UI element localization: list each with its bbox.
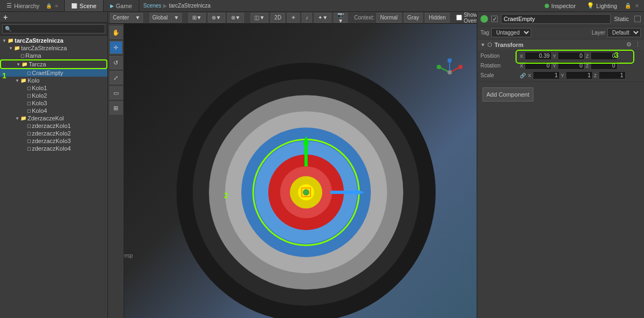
static-checkbox[interactable] [634,16,641,22]
gizmo-btn[interactable]: ⊗▼ [227,13,245,23]
render-btn[interactable]: ◫▼ [250,13,268,23]
object-icon: ◻ [27,138,31,144]
gray-btn[interactable]: Gray [404,13,423,23]
tree-item-zderzacz1[interactable]: ▶◻zderzaczKolo1 [0,122,107,130]
rotation-fields: X Y Z [520,62,641,70]
center-dropdown[interactable]: Center ▼ [110,13,143,23]
tree-arrow-empty: ▶ [22,131,27,136]
hidden-btn[interactable]: Hidden [425,13,450,23]
tree-label-tarcza: Tarcza [29,61,46,67]
scale-z-input[interactable] [599,71,626,79]
global-dropdown[interactable]: Global ▼ [150,13,182,23]
tree-item-kolo2[interactable]: ▶◻Kolo2 [0,92,107,99]
layer-label: Layer [592,30,605,36]
show-overrides-checkbox[interactable] [456,15,462,21]
game-tab[interactable]: ▶ Game [104,0,139,11]
scale-z-label: Z [594,73,597,78]
tree-arrow-empty: ▶ [22,86,27,91]
game-tab-icon: ▶ [110,3,114,9]
active-indicator [480,15,488,23]
tree-item-rama[interactable]: ▶ ◻ Rama [0,52,107,59]
tree-arrow: ▼ [9,46,14,51]
tree-item-craet-empty[interactable]: ▶ ◻ CraetEmpty [0,69,107,77]
scene-view[interactable]: ✋ ✛ ↺ ⤢ ▭ ⊞ [108,24,477,318]
tree-label-zderzacz4: zderzaczKolo4 [32,145,71,152]
transform-header-icons: ⚙ ⋮ [626,41,641,48]
tag-label: Tag [480,30,489,36]
rect-tool[interactable]: ▭ [110,86,123,99]
transform-header[interactable]: ▼ ⬡ Transform ⚙ ⋮ [477,39,644,50]
inspector-bullet-icon [545,4,549,8]
tree-item-kolo[interactable]: ▼ 📁 Kolo [0,77,107,84]
move-tool[interactable]: ✛ [110,41,123,54]
svg-rect-15 [330,191,355,194]
tree-item-root[interactable]: ▼ 📁 tarcZaStrzelnicza [0,37,107,44]
tree-label-kolo2: Kolo2 [32,92,47,99]
tree-item-tarcza-root[interactable]: ▼ 📁 tarcZaStrzelnicza [0,44,107,52]
scale-y-input[interactable] [566,71,593,79]
normal-btn[interactable]: Normal [376,13,401,23]
tree-arrow-empty: ▶ [22,93,27,98]
add-component-button[interactable]: Add Component [483,87,533,102]
fx-btn[interactable]: ✦▼ [314,13,331,23]
position-label: Position [480,53,518,59]
cam-btn[interactable]: 📷▼ [334,13,348,23]
scene-tab-icon: ⬜ [71,3,77,9]
tree-item-tarcza[interactable]: ▼ 📁 Tarcza [0,59,107,69]
breadcrumb-scene-name: tarcZaStrzelnicza [169,3,211,9]
hierarchy-tab-label: Hierarchy [14,3,39,9]
tag-select[interactable]: Untagged [491,28,531,37]
rotate-tool[interactable]: ↺ [110,56,123,69]
add-icon[interactable]: + [3,13,8,22]
tree-label-zderzacz2: zderzaczKolo2 [32,130,71,137]
object-active-checkbox[interactable]: ✓ [491,16,498,22]
inspector-more-btn[interactable]: ≡ [633,3,641,9]
hierarchy-tab[interactable]: ☰ Hierarchy 🔒 ≡ [0,0,65,11]
tree-item-zderzacz4[interactable]: ▶◻zderzaczKolo4 [0,145,107,152]
rot-x-input[interactable] [525,62,552,70]
2d-btn[interactable]: 2D [270,13,285,23]
tree-item-zderzacz2[interactable]: ▶◻zderzaczKolo2 [0,130,107,137]
center-btn[interactable]: Center [110,13,132,23]
transform-tool[interactable]: ⊞ [110,102,123,114]
scene-tab[interactable]: ⬜ Scene [65,0,103,11]
hand-tool[interactable]: ✋ [110,26,123,39]
scale-tool[interactable]: ⤢ [110,71,123,84]
snap-btn[interactable]: ⊕▼ [208,13,225,23]
tree-item-kolo3[interactable]: ▶◻Kolo3 [0,99,107,107]
show-overrides-label[interactable]: Show Overrides [456,12,477,24]
tree-label-root: tarcZaStrzelnicza [15,37,63,44]
rot-z-label: Z [586,63,589,69]
audio-btn[interactable]: ♪ [302,13,312,23]
pos-z-input[interactable] [591,52,618,60]
pos-x-input[interactable] [525,52,552,60]
tree-label-craet-empty: CraetEmpty [32,70,63,76]
scale-x-input[interactable] [533,71,560,79]
layer-select[interactable]: Default [607,28,641,37]
tree-arrow: ▼ [15,116,21,121]
transform-settings-icon[interactable]: ⚙ [626,41,632,48]
hierarchy-search-input[interactable] [2,24,105,33]
light-btn[interactable]: ☀ [287,13,300,23]
object-name-input[interactable] [501,14,611,24]
lighting-tab-label[interactable]: 💡 Lighting [581,2,623,9]
tree-item-kolo1[interactable]: ▶◻Kolo1 [0,84,107,92]
center-arrow[interactable]: ▼ [132,13,143,23]
inspector-tab-label[interactable]: Inspector [539,3,581,9]
global-btn[interactable]: Global [150,13,171,23]
global-arrow[interactable]: ▼ [171,13,182,23]
center-panel: Center ▼ Global ▼ ⊞▼ ⊕▼ ⊗▼ ◫▼ 2D ☀ ♪ ✦▼ … [108,12,477,318]
tree-item-zderzacz3[interactable]: ▶◻zderzaczKolo3 [0,137,107,145]
tree-item-kolo4[interactable]: ▶◻Kolo4 [0,107,107,114]
rot-y-input[interactable] [558,62,585,70]
grid-btn[interactable]: ⊞▼ [188,13,206,23]
svg-rect-13 [304,145,308,166]
inspector-lock-btn[interactable]: 🔒 [622,3,633,9]
folder-icon: 📁 [14,45,20,51]
pos-y-input[interactable] [558,52,585,60]
object-icon: ◻ [27,108,31,113]
tree-item-zderzacze[interactable]: ▼ 📁 ZderzaczeKol [0,114,107,122]
rot-z-input[interactable] [591,62,618,70]
folder-icon: 📁 [22,62,28,67]
transform-more-icon[interactable]: ⋮ [635,41,641,48]
